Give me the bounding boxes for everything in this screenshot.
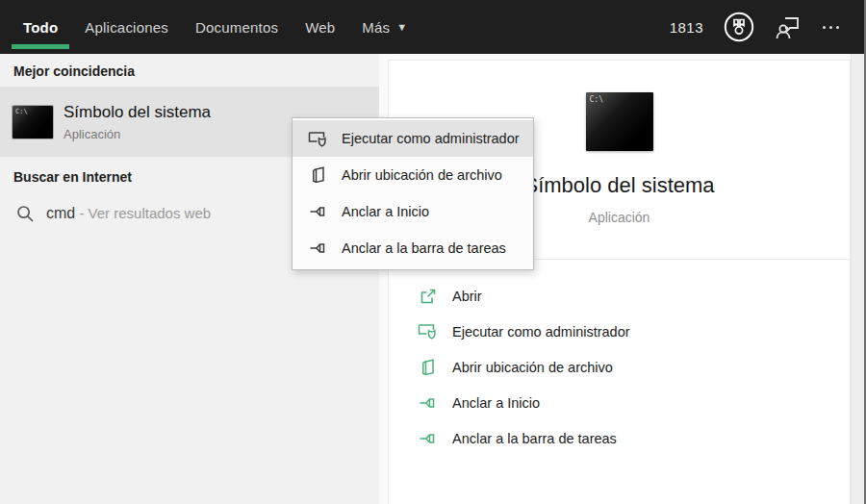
action-abrir-ubicacion[interactable]: Abrir ubicación de archivo: [389, 349, 850, 385]
menu-item-anclar-inicio[interactable]: Anclar a Inicio: [293, 193, 533, 230]
menu-item-label: Ejecutar como administrador: [342, 131, 520, 146]
pin-icon: [307, 239, 330, 258]
pin-icon: [418, 429, 439, 448]
menu-item-abrir-ubicacion[interactable]: Abrir ubicación de archivo: [293, 157, 533, 193]
preview-actions: Abrir Ejecutar como administrador: [389, 278, 850, 456]
tab-mas[interactable]: Más ▼: [350, 0, 419, 54]
menu-item-label: Abrir ubicación de archivo: [342, 167, 502, 183]
menu-item-anclar-barra-tareas[interactable]: Anclar a la barra de tareas: [293, 230, 533, 266]
chevron-down-icon: ▼: [396, 21, 407, 33]
menu-item-ejecutar-como-administrador[interactable]: Ejecutar como administrador: [293, 120, 533, 157]
tab-mas-label: Más: [362, 19, 390, 36]
action-ejecutar-como-administrador[interactable]: Ejecutar como administrador: [389, 314, 850, 349]
run-as-admin-icon: [307, 130, 330, 148]
open-file-location-icon: [307, 165, 330, 185]
tab-web[interactable]: Web: [293, 0, 346, 54]
web-search-header: Buscar en Internet: [13, 169, 132, 185]
best-match-title: Símbolo del sistema: [64, 103, 211, 122]
pin-icon: [418, 393, 439, 413]
web-search-text: cmd - Ver resultados web: [46, 205, 211, 222]
rewards-points: 1813: [670, 19, 703, 36]
command-prompt-icon: C:\: [13, 106, 53, 139]
open-in-new-icon: [418, 287, 439, 306]
tab-documentos[interactable]: Documentos: [184, 0, 290, 54]
feedback-person-icon[interactable]: [775, 13, 802, 40]
action-label: Anclar a Inicio: [452, 395, 540, 411]
search-filter-bar: Todo Aplicaciones Documentos Web Más ▼ 1…: [0, 0, 866, 54]
action-label: Ejecutar como administrador: [452, 324, 630, 340]
action-label: Abrir ubicación de archivo: [452, 360, 613, 375]
web-search-query: cmd: [46, 205, 75, 221]
menu-item-label: Anclar a Inicio: [342, 204, 429, 219]
rewards-medal-icon[interactable]: [723, 11, 755, 43]
action-anclar-barra-tareas[interactable]: Anclar a la barra de tareas: [389, 420, 850, 456]
action-anclar-inicio[interactable]: Anclar a Inicio: [389, 385, 850, 420]
action-label: Anclar a la barra de tareas: [452, 431, 617, 446]
topbar-right-controls: 1813: [670, 11, 866, 43]
command-prompt-icon-large: C:\: [586, 92, 653, 151]
best-match-subtitle: Aplicación: [64, 127, 211, 141]
tab-aplicaciones[interactable]: Aplicaciones: [73, 0, 180, 54]
ellipsis-icon[interactable]: [821, 20, 841, 35]
pin-icon: [307, 202, 330, 221]
search-icon: [16, 205, 35, 223]
menu-item-label: Anclar a la barra de tareas: [342, 240, 506, 256]
tab-todo[interactable]: Todo: [12, 0, 69, 54]
best-match-header: Mejor coincidencia: [13, 63, 135, 79]
action-label: Abrir: [452, 289, 482, 304]
web-search-suffix: - Ver resultados web: [75, 205, 211, 221]
action-abrir[interactable]: Abrir: [389, 278, 850, 314]
run-as-admin-icon: [418, 322, 439, 340]
open-file-location-icon: [418, 358, 439, 377]
windows-search-panel: Todo Aplicaciones Documentos Web Más ▼ 1…: [0, 0, 866, 504]
filter-tabs: Todo Aplicaciones Documentos Web Más ▼: [0, 0, 419, 54]
best-match-text: Símbolo del sistema Aplicación: [64, 103, 211, 141]
context-menu: Ejecutar como administrador Abrir ubicac…: [292, 117, 534, 270]
